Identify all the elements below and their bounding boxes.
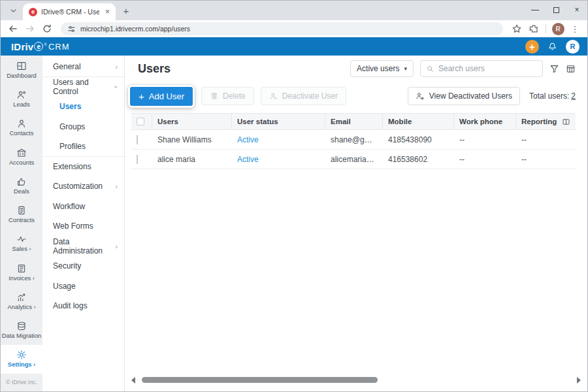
browser-profile-button[interactable]: R: [551, 22, 565, 36]
row-checkbox[interactable]: [137, 135, 138, 144]
column-header-user-status[interactable]: User status: [232, 114, 325, 129]
navbar-divider: [546, 24, 546, 33]
menu-item-audit-logs[interactable]: Audit logs: [42, 296, 124, 316]
sidebar-item-analytics[interactable]: Analytics ›: [1, 287, 42, 316]
sidebar-item-contracts[interactable]: Contracts: [1, 200, 42, 229]
logo-registered-mark: ®: [44, 42, 47, 46]
table-row[interactable]: Shane Williams Active shane@gmail.com 41…: [131, 130, 576, 150]
user-filter-dropdown[interactable]: Active users ▾: [350, 60, 414, 77]
menu-item-general[interactable]: General›: [42, 57, 124, 77]
delete-button[interactable]: Delete: [201, 87, 254, 105]
notifications-bell-icon[interactable]: [547, 42, 557, 52]
table-header-row: Users User status Email Mobile Work phon…: [131, 113, 576, 130]
new-tab-button[interactable]: +: [118, 3, 134, 18]
total-users-value[interactable]: 2: [571, 91, 576, 101]
table-view-icon[interactable]: [566, 64, 576, 74]
back-button[interactable]: [6, 22, 20, 36]
chevron-right-icon: ›: [115, 182, 118, 190]
bookmark-button[interactable]: [510, 22, 524, 36]
cell-reporting: --: [516, 135, 576, 144]
maximize-icon: [553, 7, 559, 13]
view-deactivated-users-button[interactable]: View Deactivated Users: [408, 87, 520, 105]
menu-item-data-administration[interactable]: Data Administration›: [42, 237, 124, 257]
back-icon: [8, 24, 18, 34]
column-header-mobile[interactable]: Mobile: [383, 114, 454, 129]
column-header-email[interactable]: Email: [325, 114, 383, 129]
sidebar-item-sales[interactable]: Sales ›: [1, 229, 42, 258]
sidebar-item-leads[interactable]: Leads: [1, 84, 42, 113]
cell-mobile: 4185438090: [383, 135, 454, 144]
tab-close-icon[interactable]: ×: [103, 7, 112, 16]
minimize-button[interactable]: —: [525, 1, 546, 19]
total-users-count: Total users:2: [527, 91, 576, 101]
url-bar[interactable]: microchip1.idrivecrm.com/app/users: [61, 22, 503, 35]
data-migration-icon: [16, 321, 27, 331]
close-button[interactable]: ×: [566, 1, 587, 19]
maximize-button[interactable]: [546, 1, 566, 19]
chevron-right-icon: ›: [33, 361, 35, 368]
sidebar-item-label: Accounts: [9, 160, 34, 167]
settings-menu-panel: General› Users and Control› Users Groups…: [42, 56, 125, 391]
sidebar-item-label: Deals: [14, 189, 29, 195]
sidebar-item-data-migration[interactable]: Data Migration: [1, 316, 42, 344]
sidebar-item-accounts[interactable]: Accounts: [1, 142, 42, 171]
extensions-button[interactable]: [527, 22, 541, 36]
quick-add-button[interactable]: +: [525, 40, 539, 54]
sidebar-item-dashboard[interactable]: Dashboard: [1, 56, 42, 84]
deactivate-user-button[interactable]: Deactivate User: [261, 87, 346, 105]
menu-item-web-forms[interactable]: Web Forms: [42, 216, 124, 237]
menu-item-groups[interactable]: Groups: [42, 117, 124, 137]
favicon-icon: e: [29, 8, 37, 16]
add-user-button[interactable]: + Add User: [128, 85, 195, 108]
column-header-users[interactable]: Users: [152, 114, 232, 129]
menu-item-usage[interactable]: Usage: [42, 276, 124, 297]
cell-user-status[interactable]: Active: [232, 135, 325, 144]
contacts-icon: [16, 118, 27, 129]
sidebar-item-settings[interactable]: Settings ›: [1, 345, 42, 374]
cell-user-name[interactable]: alice maria: [152, 155, 232, 164]
scroll-right-arrow-icon[interactable]: [577, 377, 581, 384]
tab-search-button[interactable]: [5, 3, 22, 18]
search-users-box[interactable]: [420, 60, 543, 77]
select-all-checkbox[interactable]: [137, 118, 144, 125]
menu-item-profiles[interactable]: Profiles: [42, 137, 124, 157]
forward-button[interactable]: [23, 22, 37, 36]
scroll-left-arrow-icon[interactable]: [131, 377, 135, 384]
menu-item-workflow[interactable]: Workflow: [42, 197, 124, 217]
sidebar-item-invoices[interactable]: Invoices ›: [1, 258, 42, 287]
row-checkbox[interactable]: [137, 155, 138, 164]
menu-item-users[interactable]: Users: [42, 97, 124, 117]
forward-icon: [25, 24, 35, 34]
cell-user-status[interactable]: Active: [232, 155, 325, 164]
user-avatar[interactable]: R: [566, 40, 580, 54]
row-checkbox-cell: [131, 155, 152, 164]
scrollbar-thumb[interactable]: [142, 377, 378, 383]
accounts-icon: [16, 148, 27, 158]
sidebar-item-contacts[interactable]: Contacts: [1, 114, 42, 142]
table-row[interactable]: alice maria Active alicemaria20@gmail...…: [131, 150, 576, 169]
scrollbar-track[interactable]: [137, 377, 575, 383]
main-sidebar: Dashboard Leads Contacts Accounts Deals …: [1, 56, 42, 391]
chevron-right-icon: ›: [33, 304, 35, 310]
column-header-work-phone[interactable]: Work phone: [454, 114, 516, 129]
horizontal-scrollbar[interactable]: [131, 376, 581, 384]
menu-item-extensions[interactable]: Extensions: [42, 157, 124, 177]
column-header-reporting[interactable]: Reporting: [516, 114, 576, 129]
column-chooser-icon[interactable]: [562, 118, 570, 126]
menu-item-users-and-control[interactable]: Users and Control›: [42, 77, 124, 97]
sidebar-item-deals[interactable]: Deals: [1, 171, 42, 200]
menu-item-security[interactable]: Security: [42, 256, 124, 276]
cell-user-name[interactable]: Shane Williams: [152, 135, 232, 144]
menu-item-customization[interactable]: Customization›: [42, 176, 124, 197]
tab-title: IDrive® CRM - Users: [41, 8, 99, 16]
reload-button[interactable]: [40, 22, 54, 36]
browser-menu-button[interactable]: ⋮: [568, 22, 582, 36]
search-users-input[interactable]: [438, 64, 537, 73]
filter-funnel-icon[interactable]: [549, 64, 559, 74]
app-logo: IDrive®CRM: [11, 41, 70, 52]
browser-tab[interactable]: e IDrive® CRM - Users ×: [23, 3, 116, 20]
chevron-right-icon: ›: [115, 242, 118, 250]
sidebar-item-label: Contracts: [8, 218, 35, 224]
main-content: Users Active users ▾ + Add User: [125, 56, 587, 391]
cell-email: alicemaria20@gmail...: [325, 155, 383, 164]
